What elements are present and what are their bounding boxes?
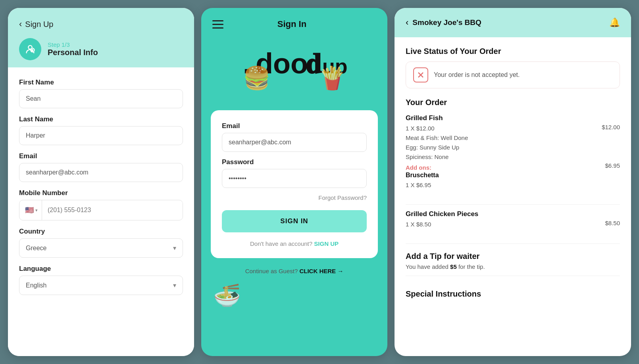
tip-desc: You have added $5 for the tip.	[406, 263, 620, 270]
bell-icon[interactable]: 🔔	[609, 17, 620, 28]
addon-price: $6.95	[605, 162, 620, 169]
step-row: ? Step 1/3 Personal Info	[19, 38, 183, 60]
order-back-row: ‹ Smokey Joe's BBQ	[406, 17, 481, 28]
order-body: Live Status of Your Order Your order is …	[395, 37, 631, 356]
item-price: $8.50	[605, 220, 620, 226]
first-name-label: First Name	[19, 79, 183, 86]
hamburger-line	[212, 24, 223, 25]
order-panel: ‹ Smokey Joe's BBQ 🔔 Live Status of Your…	[395, 8, 631, 356]
order-item: Grilled Chicken Pieces 1 X $8.50 $8.50	[406, 210, 620, 229]
signup-header: ‹ Sign Up ? Step 1/3 Personal Info	[8, 8, 194, 67]
chevron-down-icon: ▾	[35, 208, 38, 213]
back-button[interactable]: ‹ Sign Up	[19, 19, 183, 29]
hamburger-line	[212, 20, 223, 21]
language-label: Language	[19, 265, 183, 273]
step-text: Step 1/3 Personal Info	[48, 41, 98, 57]
guest-row: Continue as Guest? CLICK HERE →	[201, 258, 387, 278]
country-label: Country	[19, 228, 183, 236]
email-input[interactable]	[19, 163, 183, 182]
item-name: Grilled Fish	[406, 114, 620, 122]
last-name-label: Last Name	[19, 115, 183, 123]
back-arrow-icon: ‹	[19, 19, 22, 29]
live-status-title: Live Status of Your Order	[406, 47, 620, 56]
password-label: Password	[222, 158, 367, 166]
email-field: Email	[19, 152, 183, 182]
item-left: 1 X $12.00 Meat & Fish: Well Done Egg: S…	[406, 124, 468, 190]
signin-topbar: Sign In	[201, 8, 387, 29]
your-order-title: Your Order	[406, 98, 620, 107]
item-detail-2: Egg: Sunny Side Up	[406, 143, 468, 152]
fries-icon: 🍟	[318, 65, 346, 91]
country-select[interactable]: Greece ▾	[19, 238, 183, 258]
addon-qty: 1 X $6.95	[406, 180, 468, 190]
signin-card: Email Password Forgot Password? SIGN IN …	[211, 110, 378, 258]
first-name-input[interactable]	[19, 89, 183, 108]
forgot-password-link[interactable]: Forgot Password?	[318, 194, 367, 201]
email-label: Email	[19, 152, 183, 160]
step-number: Step 1/3	[48, 41, 98, 48]
back-arrow-icon[interactable]: ‹	[406, 17, 408, 28]
email-field-group: Email	[222, 122, 367, 152]
divider	[406, 243, 620, 244]
mobile-field: Mobile Number 🇺🇸 ▾	[19, 189, 183, 220]
order-header: ‹ Smokey Joe's BBQ 🔔	[395, 8, 631, 37]
item-name: Grilled Chicken Pieces	[406, 210, 620, 218]
back-label: Sign Up	[25, 20, 53, 29]
addons-label: Add ons:	[406, 164, 468, 171]
divider	[406, 204, 620, 205]
step-title: Personal Info	[48, 48, 98, 57]
logo-spacer	[201, 86, 387, 110]
signup-link[interactable]: SIGN UP	[314, 240, 339, 247]
item-qty-price-row: 1 X $12.00 Meat & Fish: Well Done Egg: S…	[406, 124, 620, 190]
status-message: Your order is not accepted yet.	[434, 71, 520, 79]
guest-link[interactable]: CLICK HERE →	[299, 268, 343, 274]
forgot-row: Forgot Password?	[222, 194, 367, 201]
chevron-down-icon: ▾	[173, 244, 176, 252]
person-icon: ?	[25, 44, 36, 55]
restaurant-name: Smokey Joe's BBQ	[412, 18, 481, 27]
mobile-label: Mobile Number	[19, 189, 183, 197]
noodles-icon: 🍜	[213, 282, 241, 308]
special-instructions-title: Special Instructions	[406, 289, 620, 299]
divider	[406, 276, 620, 276]
country-field: Country Greece ▾	[19, 228, 183, 258]
item-qty: 1 X $12.00	[406, 124, 468, 133]
item-qty: 1 X $8.50	[406, 220, 431, 229]
special-instructions-section: Special Instructions	[406, 289, 620, 299]
signup-body: First Name Last Name Email Mobile Number…	[8, 67, 194, 356]
country-code-selector[interactable]: 🇺🇸 ▾	[19, 200, 42, 220]
signup-panel: ‹ Sign Up ? Step 1/3 Personal Info First…	[8, 8, 194, 356]
phone-input[interactable]	[42, 201, 183, 219]
step-icon: ?	[19, 38, 41, 60]
item-detail-1: Meat & Fish: Well Done	[406, 133, 468, 143]
language-field: Language English ▾	[19, 265, 183, 295]
email-label: Email	[222, 122, 367, 130]
hamburger-menu-button[interactable]	[212, 20, 223, 29]
no-account-row: Don't have an account? SIGN UP	[222, 240, 367, 247]
item-right: $12.00 $6.95	[602, 124, 620, 169]
first-name-field: First Name	[19, 79, 183, 108]
item-left: 1 X $8.50	[406, 220, 431, 229]
chevron-down-icon: ▾	[173, 282, 176, 289]
password-input[interactable]	[222, 169, 367, 188]
password-field-group: Password	[222, 158, 367, 188]
no-account-text: Don't have an account?	[250, 240, 312, 247]
signin-panel: Sign In . doo 𝐝 up 🍔 🍟 Email	[201, 8, 387, 356]
email-input[interactable]	[222, 133, 367, 152]
last-name-field: Last Name	[19, 115, 183, 145]
hamburger-line	[212, 27, 223, 29]
logo-area: . doo 𝐝 up 🍔 🍟	[201, 29, 387, 86]
item-qty-price-row: 1 X $8.50 $8.50	[406, 220, 620, 229]
signin-button[interactable]: SIGN IN	[222, 210, 367, 232]
order-status-row: Your order is not accepted yet.	[406, 61, 620, 88]
svg-text:?: ?	[31, 49, 33, 52]
tip-title: Add a Tip for waiter	[406, 252, 620, 261]
item-detail-3: Spiciness: None	[406, 152, 468, 162]
tip-section: Add a Tip for waiter You have added $5 f…	[406, 252, 620, 270]
signin-title: Sign In	[277, 19, 306, 29]
phone-row: 🇺🇸 ▾	[19, 200, 183, 220]
bottom-food-area: 🍜	[201, 282, 387, 316]
language-select[interactable]: English ▾	[19, 276, 183, 295]
last-name-input[interactable]	[19, 126, 183, 145]
addon-name: Bruschetta	[406, 172, 468, 179]
